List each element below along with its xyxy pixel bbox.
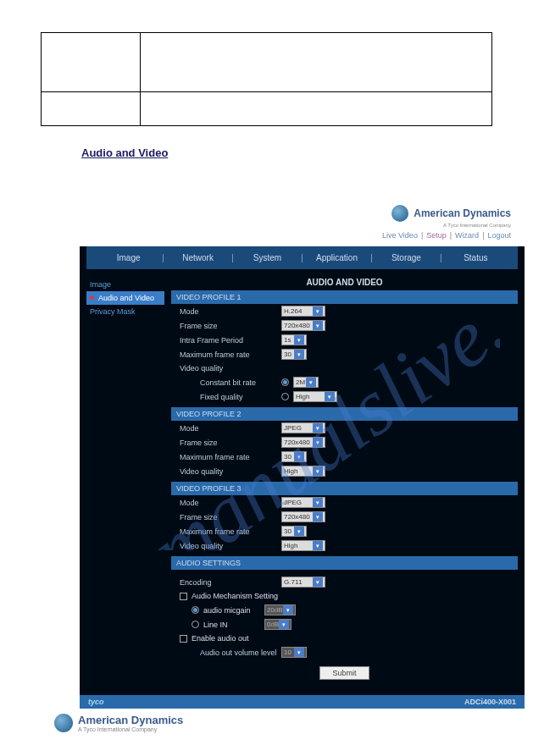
label-vq: Video quality (180, 364, 281, 372)
chevron-down-icon: ▾ (313, 423, 323, 433)
checkbox-enable-audio-out[interactable] (180, 635, 187, 643)
label-mode: Mode (180, 499, 281, 507)
checkbox-audio-mechanism[interactable] (180, 593, 187, 600)
tab-system[interactable]: System (237, 253, 297, 262)
main-form: AUDIO AND VIDEO VIDEO PROFILE 1 ModeH.26… (171, 278, 518, 685)
globe-icon (391, 205, 408, 222)
submit-button[interactable]: Submit (319, 666, 369, 680)
label-cbr: Constant bit rate (180, 378, 281, 387)
definition-table (41, 32, 492, 126)
tab-status[interactable]: Status (446, 253, 506, 262)
config-panel: Image| Network| System| Application| Sto… (80, 246, 525, 709)
page-title: AUDIO AND VIDEO (171, 278, 518, 287)
section-video-profile-2: VIDEO PROFILE 2 (171, 407, 518, 421)
label-max-fr: Maximum frame rate (180, 453, 281, 461)
radio-micgain[interactable] (192, 606, 199, 614)
select-vp3-vq[interactable]: High▾ (281, 540, 325, 551)
select-ao-level[interactable]: 10▾ (281, 647, 307, 658)
select-encoding[interactable]: G.711▾ (281, 577, 325, 588)
select-vp3-frame-size[interactable]: 720x480▾ (281, 511, 325, 522)
chevron-down-icon: ▾ (313, 577, 323, 587)
chevron-down-icon: ▾ (313, 498, 323, 507)
footer-brand-tagline: A Tyco International Company (78, 726, 183, 732)
label-intra: Intra Frame Period (180, 336, 281, 345)
brand-header: American Dynamics (0, 205, 533, 222)
section-audio-settings: AUDIO SETTINGS (171, 556, 518, 570)
select-vp1-mode[interactable]: H.264▾ (281, 306, 325, 317)
select-vp2-vq[interactable]: High▾ (281, 466, 325, 477)
select-vp1-frame-size[interactable]: 720x480▾ (281, 320, 325, 331)
label-ams: Audio Mechanism Setting (192, 592, 278, 600)
brand-tagline: A Tyco International Company (0, 223, 533, 228)
sidebar-item-audio-video[interactable]: Audio and Video (86, 291, 164, 305)
label-max-fr: Maximum frame rate (180, 527, 281, 536)
select-vp1-intra[interactable]: 1s▾ (281, 334, 307, 345)
section-link: Audio and Video (81, 146, 168, 159)
select-vp2-max-fr[interactable]: 30▾ (281, 451, 307, 462)
chevron-down-icon: ▾ (313, 541, 323, 550)
sidebar-item-privacy-mask[interactable]: Privacy Mask (86, 305, 164, 318)
label-linein: Line IN (203, 621, 264, 629)
chevron-down-icon: ▾ (294, 350, 304, 359)
select-vp1-max-fr[interactable]: 30▾ (281, 349, 307, 360)
select-vp1-cbr[interactable]: 2M▾ (293, 377, 319, 388)
label-fq: Fixed quality (180, 393, 281, 401)
chevron-down-icon: ▾ (294, 452, 304, 461)
tab-storage[interactable]: Storage (376, 253, 436, 262)
radio-vp1-fq[interactable] (281, 393, 289, 400)
select-vp1-fq[interactable]: High▾ (293, 391, 337, 402)
chevron-down-icon: ▾ (306, 378, 316, 387)
footer-model: ADCi400-X001 (464, 698, 516, 706)
footer-bar: tyco ADCi400-X001 (80, 695, 525, 709)
section-video-profile-1: VIDEO PROFILE 1 (171, 290, 518, 304)
tab-image[interactable]: Image (98, 253, 158, 262)
chevron-down-icon: ▾ (294, 335, 304, 345)
top-toolbar: Live Video| Setup| Wizard| Logout (0, 231, 533, 240)
label-vq: Video quality (180, 542, 281, 550)
select-vp2-frame-size[interactable]: 720x480▾ (281, 437, 325, 448)
footer-brand-name: American Dynamics (78, 714, 183, 726)
label-ao-level: Audio out volume level (180, 648, 281, 657)
nav-live-video[interactable]: Live Video (382, 231, 418, 240)
chevron-down-icon: ▾ (325, 392, 335, 401)
select-micgain[interactable]: 20dB▾ (264, 604, 296, 615)
label-mode: Mode (180, 424, 281, 433)
chevron-down-icon: ▾ (279, 620, 289, 629)
label-enable-ao: Enable audio out (192, 634, 249, 643)
chevron-down-icon: ▾ (313, 466, 323, 476)
chevron-down-icon: ▾ (294, 527, 304, 536)
chevron-down-icon: ▾ (313, 438, 323, 447)
globe-icon (54, 714, 73, 732)
nav-setup[interactable]: Setup (426, 231, 447, 240)
chevron-down-icon: ▾ (294, 648, 304, 657)
chevron-down-icon: ▾ (313, 512, 323, 521)
chevron-down-icon: ▾ (313, 321, 323, 330)
select-vp3-max-fr[interactable]: 30▾ (281, 526, 307, 537)
select-vp3-mode[interactable]: JPEG▾ (281, 497, 325, 508)
label-micgain: audio micgain (203, 606, 264, 615)
label-mode: Mode (180, 307, 281, 316)
section-video-profile-3: VIDEO PROFILE 3 (171, 482, 518, 495)
label-max-fr: Maximum frame rate (180, 350, 281, 359)
brand-name: American Dynamics (414, 207, 511, 219)
tab-application[interactable]: Application (307, 253, 367, 262)
select-linein[interactable]: 0dB▾ (264, 619, 291, 630)
label-frame-size: Frame size (180, 439, 281, 447)
footer-brand: tyco (88, 698, 104, 706)
radio-vp1-cbr[interactable] (281, 378, 289, 386)
page-footer-brand: American Dynamics A Tyco International C… (54, 714, 183, 732)
label-encoding: Encoding (180, 578, 281, 587)
chevron-down-icon: ▾ (313, 306, 323, 316)
nav-wizard[interactable]: Wizard (455, 231, 479, 240)
main-nav: Image| Network| System| Application| Sto… (86, 246, 518, 269)
select-vp2-mode[interactable]: JPEG▾ (281, 422, 325, 433)
label-frame-size: Frame size (180, 322, 281, 330)
sidebar-item-image[interactable]: Image (86, 278, 164, 291)
sidebar: Image Audio and Video Privacy Mask (86, 278, 164, 685)
chevron-down-icon: ▾ (283, 605, 293, 615)
label-vq: Video quality (180, 467, 281, 476)
label-frame-size: Frame size (180, 513, 281, 521)
tab-network[interactable]: Network (168, 253, 228, 262)
radio-linein[interactable] (192, 621, 199, 628)
nav-logout[interactable]: Logout (487, 231, 511, 240)
